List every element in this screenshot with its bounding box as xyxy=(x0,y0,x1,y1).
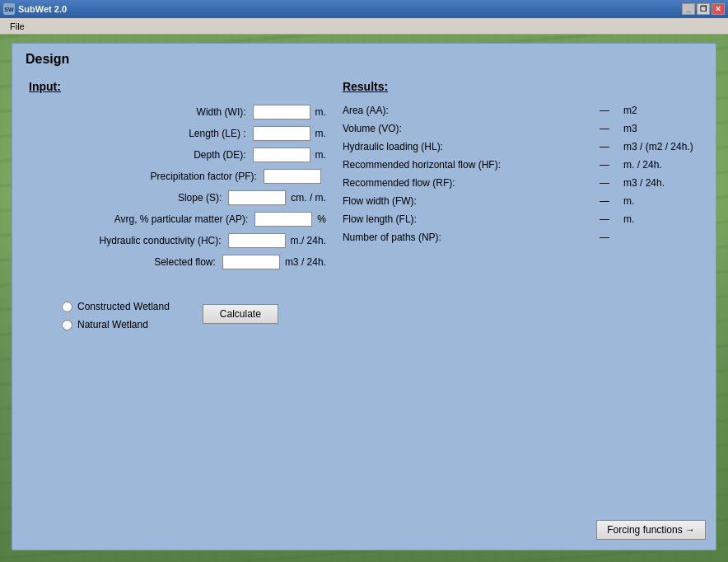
result-row-1: Volume (VO):—m3 xyxy=(343,123,699,134)
field-unit-0: m. xyxy=(310,106,326,118)
result-unit-2: m3 / (m2 / 24h.) xyxy=(617,141,699,152)
field-unit-7: m3 / 24h. xyxy=(280,256,326,268)
field-input-7[interactable] xyxy=(222,255,280,269)
input-fields: Width (WI):m.Length (LE) :m.Depth (DE):m… xyxy=(29,105,326,269)
field-label-6: Hydraulic conductivity (HC): xyxy=(29,235,228,246)
field-input-6[interactable] xyxy=(228,233,286,248)
field-row: Hydraulic conductivity (HC):m./ 24h. xyxy=(29,233,326,248)
field-unit-4: cm. / m. xyxy=(286,192,326,204)
field-row: Width (WI):m. xyxy=(29,105,326,119)
field-label-1: Length (LE) : xyxy=(29,128,253,139)
field-row: Slope (S):cm. / m. xyxy=(29,190,326,205)
forcing-functions-button[interactable]: Forcing functions → xyxy=(596,520,706,540)
field-input-2[interactable] xyxy=(253,148,310,162)
result-value-4: — xyxy=(592,177,617,189)
result-label-0: Area (AA): xyxy=(343,105,592,116)
input-header: Input: xyxy=(29,80,326,93)
result-rows: Area (AA):—m2Volume (VO):—m3Hydraulic lo… xyxy=(343,105,699,243)
result-row-7: Number of paths (NP):— xyxy=(343,232,699,243)
result-label-6: Flow length (FL): xyxy=(343,213,592,225)
field-input-1[interactable] xyxy=(253,126,310,141)
result-value-3: — xyxy=(592,159,617,171)
app-icon: SW xyxy=(3,3,15,15)
result-value-0: — xyxy=(592,105,617,116)
result-label-3: Recommended horizontal flow (HF): xyxy=(343,159,592,171)
main-panel: Design Input: Width (WI):m.Length (LE) :… xyxy=(12,43,716,550)
field-unit-6: m./ 24h. xyxy=(286,235,326,246)
constructed-wetland-radio[interactable] xyxy=(62,302,72,312)
titlebar-left: SW SubWet 2.0 xyxy=(3,3,67,15)
result-value-1: — xyxy=(592,123,617,134)
result-value-5: — xyxy=(592,195,617,207)
field-row: Depth (DE):m. xyxy=(29,148,326,162)
field-input-3[interactable] xyxy=(264,169,321,184)
file-menu[interactable]: File xyxy=(5,20,30,33)
result-value-7: — xyxy=(592,232,617,243)
menubar: File xyxy=(0,18,728,35)
natural-wetland-radio[interactable] xyxy=(62,320,72,330)
result-row-6: Flow length (FL):—m. xyxy=(343,213,699,225)
field-input-5[interactable] xyxy=(254,212,312,227)
field-unit-2: m. xyxy=(310,149,326,161)
result-row-4: Recommended flow (RF):—m3 / 24h. xyxy=(343,177,699,189)
field-input-0[interactable] xyxy=(253,105,310,119)
field-label-7: Selected flow: xyxy=(29,256,222,268)
titlebar: SW SubWet 2.0 _ ❐ ✕ xyxy=(0,0,728,18)
field-input-4[interactable] xyxy=(228,190,286,205)
field-row: Precipitation factor (PF): xyxy=(29,169,326,184)
result-row-5: Flow width (FW):—m. xyxy=(343,195,699,207)
results-column: Results: Area (AA):—m2Volume (VO):—m3Hyd… xyxy=(343,80,699,276)
result-unit-5: m. xyxy=(617,195,699,207)
field-row: Length (LE) :m. xyxy=(29,126,326,141)
constructed-wetland-label: Constructed Wetland xyxy=(77,301,170,312)
result-label-1: Volume (VO): xyxy=(343,123,592,134)
result-unit-1: m3 xyxy=(617,123,699,134)
natural-wetland-label: Natural Wetland xyxy=(77,319,148,330)
result-label-2: Hydraulic loading (HL): xyxy=(343,141,592,152)
results-header: Results: xyxy=(343,80,699,93)
field-row: Selected flow:m3 / 24h. xyxy=(29,255,326,269)
result-row-2: Hydraulic loading (HL):—m3 / (m2 / 24h.) xyxy=(343,141,699,152)
restore-button[interactable]: ❐ xyxy=(697,3,710,15)
result-unit-4: m3 / 24h. xyxy=(617,177,699,189)
app-title: SubWet 2.0 xyxy=(18,4,67,14)
bottom-section: Constructed Wetland Natural Wetland Calc… xyxy=(29,301,699,330)
input-column: Input: Width (WI):m.Length (LE) :m.Depth… xyxy=(29,80,326,276)
panel-title: Design xyxy=(12,44,716,72)
field-label-5: Avrg, % particular matter (AP): xyxy=(29,213,254,225)
result-label-4: Recommended flow (RF): xyxy=(343,177,592,189)
result-unit-0: m2 xyxy=(617,105,699,116)
field-label-0: Width (WI): xyxy=(29,106,253,118)
panel-content: Input: Width (WI):m.Length (LE) :m.Depth… xyxy=(12,72,716,339)
result-row-3: Recommended horizontal flow (HF):—m. / 2… xyxy=(343,159,699,171)
minimize-button[interactable]: _ xyxy=(682,3,695,15)
field-row: Avrg, % particular matter (AP):% xyxy=(29,212,326,227)
result-label-7: Number of paths (NP): xyxy=(343,232,592,243)
result-unit-3: m. / 24h. xyxy=(617,159,699,171)
close-button[interactable]: ✕ xyxy=(712,3,725,15)
field-label-4: Slope (S): xyxy=(29,192,228,204)
result-value-2: — xyxy=(592,141,617,152)
result-label-5: Flow width (FW): xyxy=(343,195,592,207)
result-row-0: Area (AA):—m2 xyxy=(343,105,699,116)
field-unit-1: m. xyxy=(310,128,326,139)
calculate-button[interactable]: Calculate xyxy=(203,304,278,324)
result-unit-6: m. xyxy=(617,213,699,225)
columns: Input: Width (WI):m.Length (LE) :m.Depth… xyxy=(29,80,699,276)
field-label-2: Depth (DE): xyxy=(29,149,253,161)
radio-row-constructed: Constructed Wetland xyxy=(62,301,170,312)
result-value-6: — xyxy=(592,213,617,225)
field-unit-5: % xyxy=(312,213,326,225)
field-label-3: Precipitation factor (PF): xyxy=(29,171,264,182)
titlebar-controls: _ ❐ ✕ xyxy=(682,3,725,15)
radio-row-natural: Natural Wetland xyxy=(62,319,170,330)
radio-group: Constructed Wetland Natural Wetland xyxy=(62,301,170,330)
